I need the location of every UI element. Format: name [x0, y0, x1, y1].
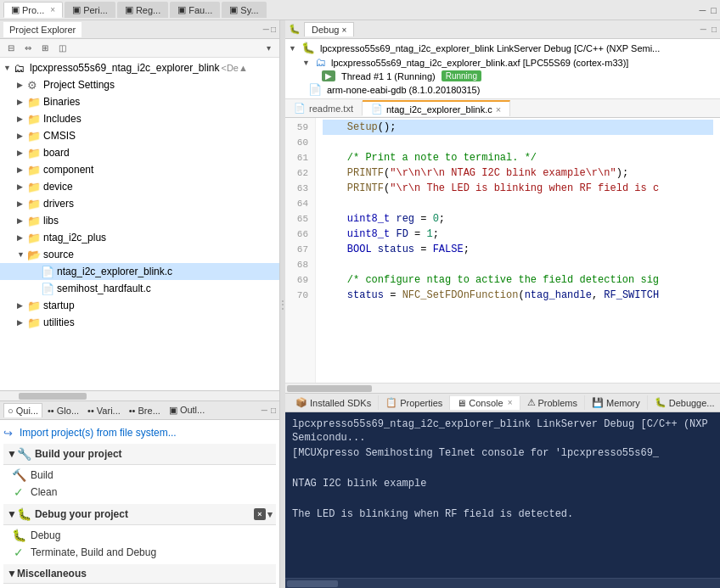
console-close-icon[interactable]: ×: [508, 398, 513, 407]
debug-axf-icon: 🗂: [315, 56, 326, 69]
source-icon: 📂: [27, 249, 41, 261]
tree-item-semihost[interactable]: 📄 semihost_hardfault.c: [0, 280, 279, 297]
quick-tab-glo[interactable]: •• Glo...: [44, 404, 82, 417]
debug-axf[interactable]: ▼ 🗂 lpcxpresso55s69_ntag_i2c_explorer_bl…: [289, 55, 717, 70]
tab-reg[interactable]: ▣ Reg...: [117, 2, 168, 18]
quick-tab-outl-label: Outl...: [180, 405, 205, 415]
debug-action[interactable]: 🐛 Debug: [3, 527, 276, 544]
tree-item-drivers[interactable]: ▶ 📁 drivers: [0, 195, 279, 212]
debug-tab[interactable]: Debug ×: [304, 22, 354, 36]
editor-scrollbar[interactable]: [285, 383, 720, 393]
tree-root[interactable]: ▼ 🗂 lpcxpresso55s69_ntag_i2c_explorer_bl…: [0, 59, 279, 76]
tree-label-includes: Includes: [43, 113, 82, 125]
terminate-label: Terminate, Build and Debug: [31, 546, 156, 558]
clean-action[interactable]: ✓ Clean: [3, 484, 276, 501]
tree-arrow-ntag-plus: ▶: [17, 233, 27, 242]
project-explorer-header: Project Explorer ─ □: [0, 20, 279, 39]
tree-arrow-libs: ▶: [17, 216, 27, 225]
import-link[interactable]: Import project(s) from file system...: [16, 425, 180, 440]
startup-icon: 📁: [27, 300, 41, 312]
console-scrollbar-thumb[interactable]: [287, 580, 338, 587]
debug-root[interactable]: ▼ 🐛 lpcxpresso55s69_ntag_i2c_explorer_bl…: [289, 41, 717, 55]
tree-item-startup[interactable]: ▶ 📁 startup: [0, 297, 279, 314]
debug-tab-close[interactable]: ×: [341, 25, 346, 35]
ln-64: 64: [289, 196, 308, 211]
editor-scrollbar-thumb[interactable]: [287, 385, 372, 392]
tab-pro[interactable]: ▣ Pro... ×: [3, 2, 63, 18]
project-tree-scrollbar[interactable]: [0, 390, 279, 400]
main-layout: Project Explorer ─ □ ⊟ ⇔ ⊞ ◫ ▾ ▼ 🗂 lpcxp: [0, 20, 720, 588]
tree-item-board[interactable]: ▶ 📁 board: [0, 144, 279, 161]
maximize-pane-icon[interactable]: □: [271, 25, 276, 34]
view-menu-btn[interactable]: ▾: [261, 41, 276, 56]
ln-63: 63: [289, 181, 308, 196]
code-line-70: status = NFC_SetFDOnFunction(ntag_handle…: [323, 288, 713, 303]
terminate-build-debug-action[interactable]: ✓ Terminate, Build and Debug: [3, 544, 276, 561]
code-line-69: /* configure ntag to active the field de…: [323, 272, 713, 288]
blink-c-tab-close[interactable]: ×: [496, 104, 501, 115]
debug-thread[interactable]: ▶ Thread #1 1 (Running) Running: [289, 70, 717, 82]
tree-item-project-settings[interactable]: ▶ ⚙ Project Settings: [0, 76, 279, 93]
tab-properties[interactable]: 📋 Properties: [379, 395, 450, 410]
build-action[interactable]: 🔨 Build: [3, 467, 276, 484]
tab-debugge[interactable]: 🐛 Debugge...: [648, 395, 720, 410]
tree-item-binaries[interactable]: ▶ 📁 Binaries: [0, 93, 279, 110]
quick-tab-vari-label: Vari...: [97, 406, 121, 416]
misc-section-header[interactable]: ▼ Miscellaneous: [3, 564, 276, 584]
tree-item-ntag-plus[interactable]: ▶ 📁 ntag_i2c_plus: [0, 229, 279, 246]
debug-gdb[interactable]: 📄 arm-none-eabi-gdb (8.1.0.20180315): [289, 82, 717, 97]
tab-memory[interactable]: 💾 Memory: [585, 395, 648, 410]
tree-item-component[interactable]: ▶ 📁 component: [0, 161, 279, 178]
maximize-quick-icon[interactable]: □: [271, 406, 276, 415]
debug-section-down-icon[interactable]: ▾: [267, 509, 273, 520]
tab-readme[interactable]: 📄 readme.txt: [285, 101, 363, 115]
settings-icon: ⚙: [27, 79, 41, 92]
tree-item-utilities[interactable]: ▶ 📁 utilities: [0, 314, 279, 331]
code-content[interactable]: Setup(); /* Print a note to terminal. */…: [316, 118, 720, 383]
console-scrollbar[interactable]: [285, 578, 720, 588]
tree-item-libs[interactable]: ▶ 📁 libs: [0, 212, 279, 229]
console-label: Console: [469, 398, 503, 408]
tab-blink-c[interactable]: 📄 ntag_i2c_explorer_blink.c ×: [363, 100, 510, 116]
tab-fau[interactable]: ▣ Fau...: [170, 2, 220, 18]
tab-peri[interactable]: ▣ Peri...: [65, 2, 115, 18]
tree-item-device[interactable]: ▶ 📁 device: [0, 178, 279, 195]
quick-tab-qui[interactable]: ○ Qui...: [3, 403, 42, 417]
debug-section-content: 🐛 Debug ✓ Terminate, Build and Debug: [3, 525, 276, 563]
debug-section-close[interactable]: ×: [254, 508, 266, 520]
minimize-quick-icon[interactable]: ─: [262, 406, 267, 415]
quick-tab-bre[interactable]: •• Bre...: [126, 404, 164, 417]
tab-sy[interactable]: ▣ Sy...: [222, 2, 266, 18]
readme-icon: 📄: [294, 103, 306, 114]
tree-arrow-settings: ▶: [17, 81, 27, 89]
debug-section-header[interactable]: ▼ 🐛 Debug your project × ▾: [3, 504, 276, 525]
tab-console[interactable]: 🖥 Console ×: [450, 396, 520, 410]
minimize-btn[interactable]: ─: [700, 5, 706, 15]
project-explorer-tab[interactable]: Project Explorer: [3, 22, 82, 37]
tab-problems[interactable]: ⚠ Problems: [520, 395, 585, 410]
tab-installed-sdks[interactable]: 📦 Installed SDKs: [289, 395, 379, 410]
maximize-btn[interactable]: □: [711, 5, 717, 15]
build-icon: 🔨: [10, 468, 27, 482]
tab-peri-label: Peri...: [83, 5, 108, 15]
minimize-debug-icon[interactable]: ─: [700, 25, 706, 34]
collapse-all-btn[interactable]: ⊟: [3, 41, 19, 56]
grid-view-btn[interactable]: ◫: [54, 41, 70, 56]
tree-item-source[interactable]: ▼ 📂 source: [0, 246, 279, 263]
minimize-pane-icon[interactable]: ─: [263, 25, 269, 34]
scrollbar-thumb[interactable]: [19, 393, 87, 400]
table-view-btn[interactable]: ⊞: [37, 41, 53, 56]
project-tree[interactable]: ▼ 🗂 lpcxpresso55s69_ntag_i2c_explorer_bl…: [0, 58, 279, 390]
link-editor-btn[interactable]: ⇔: [20, 41, 36, 56]
tree-item-includes[interactable]: ▶ 📁 Includes: [0, 110, 279, 127]
quick-tab-vari[interactable]: •• Vari...: [84, 404, 124, 417]
project-toolbar: ⊟ ⇔ ⊞ ◫ ▾: [0, 39, 279, 58]
tree-item-blink-c[interactable]: 📄 ntag_i2c_explorer_blink.c: [0, 263, 279, 280]
debug-axf-arrow: ▼: [302, 59, 312, 67]
tree-item-cmsis[interactable]: ▶ 📁 CMSIS: [0, 127, 279, 144]
build-section-header[interactable]: ▼ 🔧 Build your project: [3, 444, 276, 465]
tab-pro-close[interactable]: ×: [50, 5, 55, 14]
maximize-debug-icon[interactable]: □: [712, 25, 717, 34]
problems-icon: ⚠: [527, 397, 536, 408]
quick-tab-outl[interactable]: ▣ Outl...: [166, 403, 208, 417]
